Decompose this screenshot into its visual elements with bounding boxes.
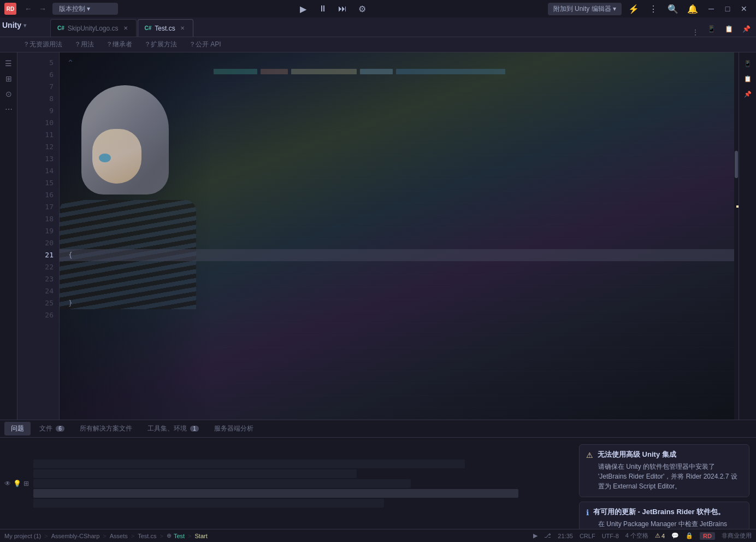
tab-more-button[interactable]: ⋮ [687, 28, 704, 37]
maximize-button[interactable]: □ [720, 1, 735, 16]
line-18: 18 [35, 213, 54, 225]
bottom-tab-all-solution[interactable]: 所有解决方案文件 [73, 422, 139, 435]
status-comment-icon[interactable]: 💬 [671, 532, 679, 539]
eye-icon[interactable]: 👁 [4, 480, 11, 487]
notif-warning-body: 请确保在 Unity 的软件包管理器中安装了 'JetBrains Rider … [598, 462, 742, 491]
tools-badge: 1 [190, 426, 199, 432]
sidebar-icon-more[interactable]: ⋯ [2, 103, 15, 116]
line-24: 24 [35, 285, 54, 297]
attach-unity-button[interactable]: 附加到 Unity 编辑器 ▾ [548, 3, 622, 15]
status-right: ▶ ⎇ 21:35 CRLF UTF-8 4 个空格 ⚠ 4 💬 🔒 RD 非商… [533, 532, 752, 540]
editor-scrollbar-thumb[interactable] [735, 151, 738, 178]
status-branch-icon[interactable]: ⎇ [544, 532, 551, 539]
status-sep-3: > [131, 533, 134, 539]
bottom-tab-files[interactable]: 文件 6 [33, 422, 71, 435]
line-22: 22 [35, 261, 54, 273]
status-brand-logo: RD [700, 532, 715, 540]
project-selector[interactable]: Unity ▾ [2, 21, 26, 30]
forward-button[interactable]: → [36, 2, 49, 15]
toolbar-public-api[interactable]: ？公开 API [184, 39, 227, 50]
editor-scrollbar-track[interactable] [734, 52, 739, 420]
title-right: 附加到 Unity 编辑器 ▾ ⚡ ⋮ 🔍 🔔 [548, 1, 700, 16]
bottom-tab-tools[interactable]: 工具集、环境 1 [141, 422, 205, 435]
status-assembly[interactable]: Assembly-CSharp [51, 533, 100, 539]
breadcrumb-dropdown[interactable]: 版本控制 ▾ [52, 3, 118, 15]
line-25: 25 [35, 297, 54, 309]
line-10: 10 [35, 117, 54, 129]
notif-warning-header: ⚠ 无法使用高级 Unity 集成 [586, 450, 742, 459]
cs-icon-skip: C# [57, 25, 64, 31]
line-9: 9 [35, 105, 54, 117]
tab-right-icons: 📱 📋 📌 [704, 21, 756, 37]
notif-card-info: ℹ 有可用的更新 - JetBrains Rider 软件包。 在 Unity … [579, 502, 749, 529]
anime-background [60, 52, 739, 420]
warning-icon: ⚠ [586, 451, 593, 459]
status-warning[interactable]: ⚠ 4 [655, 532, 665, 539]
bottom-icon-2[interactable]: 💡 [13, 480, 21, 487]
left-sidebar: ☰ ⊞ ⊙ ⋯ [0, 52, 17, 420]
tab-right-icon-2[interactable]: 📋 [721, 21, 736, 37]
attach-unity-label: 附加到 Unity 编辑器 ▾ [553, 4, 616, 14]
right-icon-1[interactable]: 📱 [741, 57, 754, 70]
tab-test-cs[interactable]: C# Test.cs ✕ [138, 19, 193, 37]
line-17: 17 [35, 201, 54, 213]
toolbar-inheritors[interactable]: ？继承者 [101, 39, 138, 50]
bottom-tab-issues[interactable]: 问题 [4, 422, 31, 435]
tab-close-test[interactable]: ✕ [179, 25, 186, 32]
tab-right-icon-1[interactable]: 📱 [704, 21, 719, 37]
settings-button[interactable]: ⚙ [355, 1, 370, 16]
status-line-ending[interactable]: CRLF [580, 533, 595, 539]
tab-right-icon-3[interactable]: 📌 [739, 21, 754, 37]
code-content[interactable]: ^ { [60, 52, 739, 420]
status-bar: My project (1) > Assembly-CSharp > Asset… [0, 529, 756, 542]
toolbar-extensions[interactable]: ？扩展方法 [139, 39, 182, 50]
bottom-tab-service[interactable]: 服务器端分析 [208, 422, 260, 435]
status-method[interactable]: Start [195, 533, 208, 539]
plugin-icon-button[interactable]: ⚡ [626, 1, 641, 16]
back-button[interactable]: ← [22, 2, 35, 15]
tab-skip-unity-logo[interactable]: C# SkipUnityLogo.cs ✕ [50, 19, 137, 37]
tab-label-skip: SkipUnityLogo.cs [68, 25, 119, 32]
more-menu-button[interactable]: ⋮ [646, 1, 661, 16]
sidebar-icon-grid[interactable]: ⊞ [2, 72, 15, 85]
skip-button[interactable]: ⏭ [335, 1, 350, 16]
status-play-btn[interactable]: ▶ [533, 532, 538, 539]
cs-icon-test: C# [145, 25, 152, 31]
minimize-button[interactable]: ─ [704, 1, 719, 16]
line-19: 19 [35, 225, 54, 237]
status-sep-1: > [44, 533, 48, 539]
play-button[interactable]: ▶ [296, 1, 311, 16]
notification-button[interactable]: 🔔 [685, 1, 700, 16]
bottom-tabs: 问题 文件 6 所有解决方案文件 工具集、环境 1 服务器端分析 [0, 420, 756, 438]
status-file[interactable]: Test.cs [138, 533, 156, 539]
close-button[interactable]: ✕ [736, 1, 752, 16]
line-23: 23 [35, 273, 54, 285]
bottom-icon-3[interactable]: ⊞ [23, 480, 29, 487]
status-class[interactable]: ⊕ Test [167, 532, 185, 539]
code-overlay: ^ { [68, 57, 739, 321]
pause-button[interactable]: ⏸ [315, 1, 330, 16]
bottom-eye-area: 👁 💡 ⊞ [4, 480, 29, 487]
status-lock-icon[interactable]: 🔒 [686, 532, 693, 539]
sidebar-icon-menu[interactable]: ☰ [2, 57, 15, 70]
line-5: 5 [35, 57, 54, 69]
sidebar-icon-circle[interactable]: ⊙ [2, 87, 15, 101]
notif-warning-title: 无法使用高级 Unity 集成 [598, 450, 676, 459]
toolbar-usage[interactable]: ？用法 [69, 39, 99, 50]
status-sep-4: > [160, 533, 163, 539]
code-pixels [212, 63, 711, 420]
tab-close-skip[interactable]: ✕ [122, 25, 129, 32]
status-spaces[interactable]: 4 个空格 [625, 532, 648, 540]
right-icon-2[interactable]: 📋 [741, 72, 754, 85]
toolbar-no-usages[interactable]: ？无资源用法 [17, 39, 68, 50]
status-encoding[interactable]: UTF-8 [602, 533, 619, 539]
right-icon-3[interactable]: 📌 [741, 87, 754, 101]
status-sep-5: > [188, 533, 191, 539]
status-assets[interactable]: Assets [110, 533, 128, 539]
status-project[interactable]: My project (1) [4, 533, 41, 539]
status-warn-count: 4 [662, 533, 665, 539]
scroll-marker-yellow [736, 205, 739, 208]
notif-card-warning: ⚠ 无法使用高级 Unity 集成 请确保在 Unity 的软件包管理器中安装了… [579, 444, 749, 497]
search-button[interactable]: 🔍 [665, 1, 681, 16]
class-icon: ⊕ [167, 532, 172, 539]
